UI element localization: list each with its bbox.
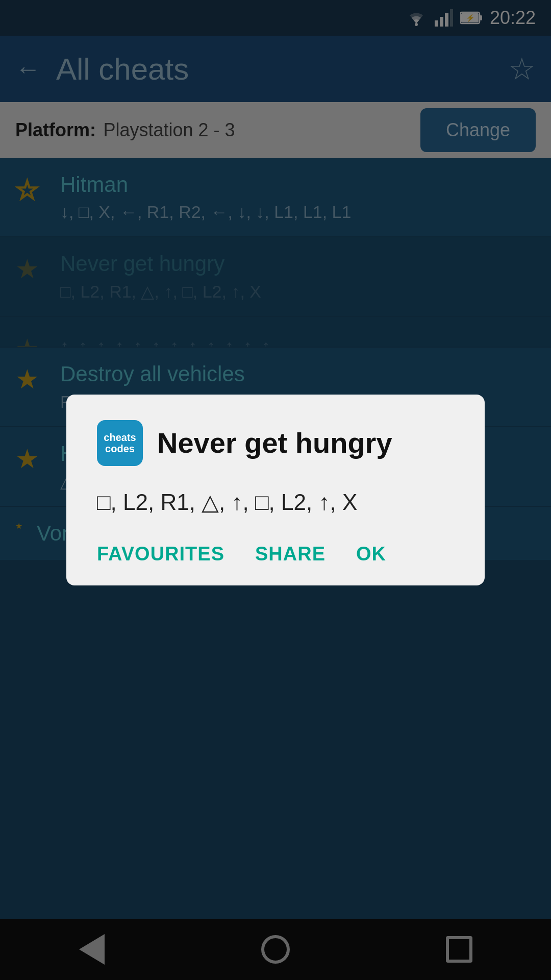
dialog-code: □, L2, R1, △, ↑, □, L2, ↑, X: [97, 486, 454, 518]
favourites-button[interactable]: FAVOURITES: [97, 543, 224, 565]
ok-button[interactable]: OK: [356, 543, 386, 565]
dialog-header: cheatscodes Never get hungry: [97, 420, 454, 466]
dialog-overlay: cheatscodes Never get hungry □, L2, R1, …: [0, 0, 551, 980]
dialog: cheatscodes Never get hungry □, L2, R1, …: [66, 395, 485, 586]
share-button[interactable]: SHARE: [255, 543, 325, 565]
app-icon: cheatscodes: [97, 420, 143, 466]
dialog-title: Never get hungry: [157, 426, 392, 459]
app-icon-text: cheatscodes: [104, 432, 136, 454]
dialog-actions: FAVOURITES SHARE OK: [97, 543, 454, 565]
